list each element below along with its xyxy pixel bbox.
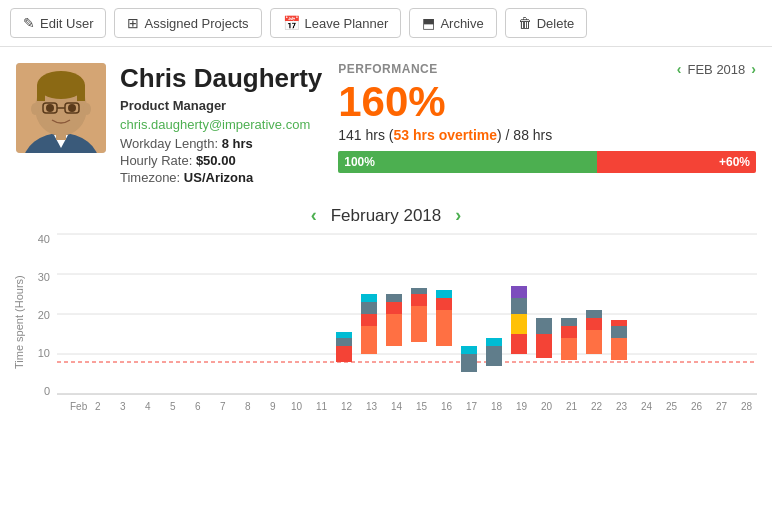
- calendar-icon: 📅: [283, 15, 300, 31]
- svg-point-12: [68, 104, 76, 112]
- bar-15-red: [411, 294, 427, 306]
- x-label-24: 24: [641, 401, 653, 412]
- x-label-2: 2: [95, 401, 101, 412]
- delete-label: Delete: [537, 16, 575, 31]
- performance-period: FEB 2018: [688, 62, 746, 77]
- top-row: Chris Daugherty Product Manager chris.da…: [0, 47, 772, 195]
- x-label-19: 19: [516, 401, 528, 412]
- leave-planner-label: Leave Planner: [305, 16, 389, 31]
- hours-suffix: ) / 88 hrs: [497, 127, 552, 143]
- x-label-16: 16: [441, 401, 453, 412]
- bar-13-orange: [361, 326, 377, 354]
- profile-title: Product Manager: [120, 98, 322, 113]
- bar-16-red: [436, 298, 452, 310]
- bar-14-orange: [386, 314, 402, 346]
- performance-percent: 160%: [338, 81, 756, 123]
- workday-value: 8 hrs: [222, 136, 253, 151]
- month-next-button[interactable]: ›: [455, 205, 461, 226]
- performance-nav: ‹ FEB 2018 ›: [677, 61, 756, 77]
- x-label-11: 11: [316, 401, 328, 412]
- bar-23-orange: [611, 338, 627, 360]
- svg-point-14: [83, 103, 91, 115]
- x-label-7: 7: [220, 401, 226, 412]
- performance-section: PERFORMANCE ‹ FEB 2018 › 160% 141 hrs (5…: [338, 47, 756, 195]
- y-label-20: 20: [30, 308, 50, 322]
- performance-header: PERFORMANCE ‹ FEB 2018 ›: [338, 61, 756, 77]
- x-label-feb: Feb: [70, 401, 88, 412]
- progress-red-segment: +60%: [597, 151, 756, 173]
- bar-23-red: [611, 320, 627, 326]
- bar-23-gray: [611, 326, 627, 338]
- edit-icon: ✎: [23, 15, 35, 31]
- bar-19-gray: [511, 298, 527, 314]
- profile-info: Chris Daugherty Product Manager chris.da…: [120, 63, 322, 187]
- chart-svg: Feb 2 3 4 5 6 7 8 9 10 11 12 13 14 15 16…: [50, 230, 764, 415]
- archive-button[interactable]: ⬒ Archive: [409, 8, 496, 38]
- avatar-image: [16, 63, 106, 153]
- bar-19-purple: [511, 286, 527, 298]
- toolbar: ✎ Edit User ⊞ Assigned Projects 📅 Leave …: [0, 0, 772, 47]
- svg-point-13: [31, 103, 39, 115]
- x-label-23: 23: [616, 401, 628, 412]
- bar-15-gray: [411, 288, 427, 294]
- profile-section: Chris Daugherty Product Manager chris.da…: [16, 47, 322, 195]
- y-axis: 0 10 20 30 40: [30, 230, 50, 418]
- overtime-hours: 53 hrs overtime: [394, 127, 498, 143]
- bar-22-red: [586, 318, 602, 330]
- bar-19-yellow: [511, 314, 527, 334]
- bar-21-gray: [561, 318, 577, 326]
- archive-label: Archive: [440, 16, 483, 31]
- assigned-projects-button[interactable]: ⊞ Assigned Projects: [114, 8, 261, 38]
- bar-13-red: [361, 314, 377, 326]
- x-label-4: 4: [145, 401, 151, 412]
- x-label-6: 6: [195, 401, 201, 412]
- perf-prev-button[interactable]: ‹: [677, 61, 682, 77]
- y-label-30: 30: [30, 270, 50, 284]
- bar-21-red: [561, 326, 577, 338]
- bar-22-orange: [586, 330, 602, 354]
- bar-13-teal: [361, 294, 377, 302]
- projects-icon: ⊞: [127, 15, 139, 31]
- rate-value: $50.00: [196, 153, 236, 168]
- chart-canvas: Feb 2 3 4 5 6 7 8 9 10 11 12 13 14 15 16…: [50, 230, 764, 418]
- x-label-15: 15: [416, 401, 428, 412]
- x-label-9: 9: [270, 401, 276, 412]
- svg-rect-7: [77, 85, 85, 101]
- performance-label: PERFORMANCE: [338, 62, 438, 76]
- svg-rect-6: [37, 85, 45, 101]
- bar-18-teal: [486, 338, 502, 346]
- month-prev-button[interactable]: ‹: [311, 205, 317, 226]
- bar-12-teal: [336, 332, 352, 338]
- x-label-17: 17: [466, 401, 478, 412]
- bar-12-gray: [336, 338, 352, 346]
- perf-next-button[interactable]: ›: [751, 61, 756, 77]
- progress-bar: 100% +60%: [338, 151, 756, 173]
- avatar: [16, 63, 106, 153]
- bar-14-gray: [386, 294, 402, 302]
- leave-planner-button[interactable]: 📅 Leave Planner: [270, 8, 402, 38]
- delete-button[interactable]: 🗑 Delete: [505, 8, 588, 38]
- x-label-28: 28: [741, 401, 753, 412]
- timezone-value: US/Arizona: [184, 170, 253, 185]
- progress-green-segment: 100%: [338, 151, 597, 173]
- x-label-20: 20: [541, 401, 553, 412]
- chart-section: Time spent (Hours) 0 10 20 30 40: [0, 230, 772, 418]
- bar-21-orange: [561, 338, 577, 360]
- y-label-10: 10: [30, 346, 50, 360]
- edit-user-label: Edit User: [40, 16, 93, 31]
- bar-20-gray: [536, 318, 552, 334]
- archive-icon: ⬒: [422, 15, 435, 31]
- x-label-10: 10: [291, 401, 303, 412]
- x-label-5: 5: [170, 401, 176, 412]
- x-label-25: 25: [666, 401, 678, 412]
- bar-12-red: [336, 346, 352, 362]
- performance-hours: 141 hrs (53 hrs overtime) / 88 hrs: [338, 127, 756, 143]
- bar-19-red: [511, 334, 527, 354]
- edit-user-button[interactable]: ✎ Edit User: [10, 8, 106, 38]
- progress-100-label: 100%: [344, 155, 375, 169]
- x-label-26: 26: [691, 401, 703, 412]
- hours-detail: 141 hrs (: [338, 127, 393, 143]
- profile-hourly-rate: Hourly Rate: $50.00: [120, 153, 322, 168]
- x-label-22: 22: [591, 401, 603, 412]
- progress-60-label: +60%: [719, 155, 750, 169]
